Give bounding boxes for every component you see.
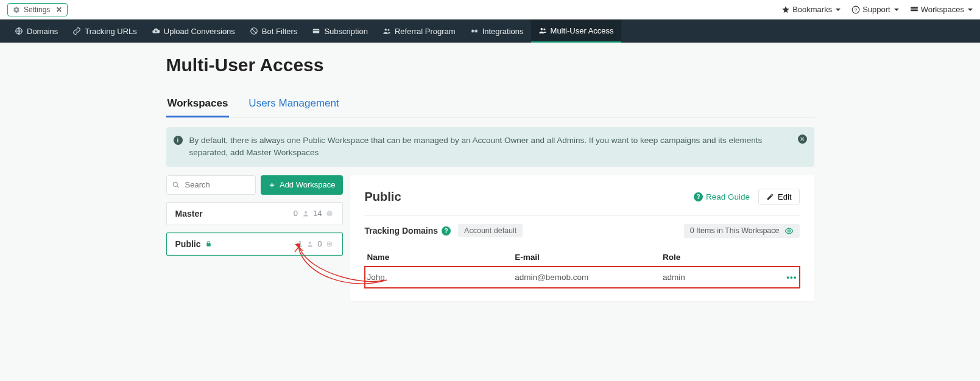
nav-referral-label: Referral Program bbox=[395, 27, 456, 36]
nav-integrations[interactable]: Integrations bbox=[463, 19, 531, 43]
search-input[interactable] bbox=[184, 180, 250, 190]
add-workspace-label: Add Workspace bbox=[280, 180, 336, 189]
browser-tab-label: Settings bbox=[24, 5, 50, 14]
info-icon: i bbox=[174, 136, 183, 145]
panel-title: Public bbox=[365, 190, 401, 204]
read-guide-link[interactable]: ? Read Guide bbox=[694, 192, 750, 201]
tracking-domains-row: Tracking Domains ? Account default 0 Ite… bbox=[365, 224, 800, 238]
page-body: Multi-User Access Workspaces Users Manag… bbox=[155, 55, 825, 326]
edit-label: Edit bbox=[778, 192, 791, 201]
multiuser-icon bbox=[538, 26, 547, 35]
nav-subscription[interactable]: Subscription bbox=[305, 19, 375, 43]
add-workspace-button[interactable]: ＋ Add Workspace bbox=[261, 175, 343, 195]
user-icon bbox=[301, 209, 309, 217]
workspace-users-count: 0 bbox=[294, 209, 298, 218]
help-icon: ? bbox=[851, 5, 860, 14]
target-icon bbox=[326, 240, 334, 248]
svg-point-15 bbox=[173, 182, 177, 186]
items-in-workspace-label: 0 Items in This Workspace bbox=[690, 226, 780, 235]
info-banner: i By default, there is always one Public… bbox=[166, 127, 814, 167]
bookmarks-menu[interactable]: Bookmarks bbox=[781, 5, 841, 14]
search-box[interactable] bbox=[166, 175, 256, 195]
read-guide-label: Read Guide bbox=[706, 192, 750, 201]
nav-bot-filters-label: Bot Filters bbox=[262, 27, 298, 36]
page-title: Multi-User Access bbox=[166, 55, 814, 75]
edit-button[interactable]: Edit bbox=[758, 189, 799, 205]
workspace-stats: 0 14 bbox=[294, 209, 334, 218]
tab-close-icon[interactable]: ✕ bbox=[56, 5, 62, 14]
workspace-stats: 1 0 bbox=[298, 239, 333, 248]
svg-rect-7 bbox=[313, 30, 320, 30]
workspace-name: Master bbox=[175, 209, 203, 218]
svg-rect-12 bbox=[473, 30, 474, 31]
svg-rect-10 bbox=[471, 30, 474, 33]
plus-icon: ＋ bbox=[268, 180, 276, 190]
workspace-name: Public bbox=[175, 239, 213, 249]
workspace-users-count: 1 bbox=[298, 239, 302, 248]
workspace-item-public[interactable]: Public 1 0 bbox=[166, 232, 343, 256]
svg-point-16 bbox=[305, 211, 307, 214]
nav-upload-conversions-label: Upload Conversions bbox=[164, 27, 235, 36]
bookmarks-label: Bookmarks bbox=[792, 5, 832, 14]
col-email: E-mail bbox=[512, 248, 660, 267]
svg-point-20 bbox=[309, 242, 311, 244]
cell-role: admin bbox=[660, 267, 774, 288]
main-nav: Domains Tracking URLs Upload Conversions… bbox=[0, 19, 980, 43]
workspace-targets-count: 14 bbox=[313, 209, 322, 218]
workspaces-menu[interactable]: Workspaces bbox=[910, 5, 973, 14]
support-label: Support bbox=[862, 5, 890, 14]
ban-icon bbox=[250, 27, 258, 35]
svg-point-13 bbox=[540, 28, 543, 30]
workspaces-icon bbox=[910, 5, 918, 14]
cell-name: John bbox=[365, 267, 513, 288]
nav-tracking-urls[interactable]: Tracking URLs bbox=[65, 19, 144, 43]
sub-tabs: Workspaces Users Management bbox=[166, 94, 814, 117]
workspaces-label: Workspaces bbox=[921, 5, 964, 14]
workspaces-sidebar: ＋ Add Workspace Master 0 14 Public bbox=[166, 175, 343, 263]
tracking-domains-label: Tracking Domains bbox=[365, 226, 439, 236]
pencil-icon bbox=[766, 193, 774, 201]
users-table: Name E-mail Role John admin@bemob.com ad… bbox=[365, 248, 800, 288]
nav-referral[interactable]: Referral Program bbox=[375, 19, 463, 43]
target-icon bbox=[326, 209, 334, 217]
gear-icon bbox=[13, 6, 20, 13]
nav-upload-conversions[interactable]: Upload Conversions bbox=[144, 19, 242, 43]
help-icon[interactable]: ? bbox=[442, 226, 451, 236]
nav-tracking-urls-label: Tracking URLs bbox=[85, 27, 136, 36]
svg-point-14 bbox=[543, 29, 545, 30]
top-tabs-row: Settings ✕ Bookmarks ? Support Workspace… bbox=[0, 0, 980, 19]
col-role: Role bbox=[660, 248, 774, 267]
top-right-links: Bookmarks ? Support Workspaces bbox=[781, 5, 973, 14]
nav-domains-label: Domains bbox=[27, 27, 58, 36]
card-icon bbox=[312, 27, 320, 35]
nav-multi-user-access[interactable]: Multi-User Access bbox=[531, 19, 621, 43]
tab-users-management[interactable]: Users Management bbox=[247, 94, 340, 117]
tab-workspaces[interactable]: Workspaces bbox=[166, 94, 230, 117]
info-close-icon[interactable]: ✕ bbox=[798, 135, 807, 144]
svg-point-8 bbox=[384, 29, 387, 31]
svg-rect-6 bbox=[313, 29, 320, 33]
support-menu[interactable]: ? Support bbox=[851, 5, 899, 14]
cell-email: admin@bemob.com bbox=[512, 267, 660, 288]
svg-point-24 bbox=[788, 229, 790, 232]
svg-rect-2 bbox=[911, 7, 918, 9]
users-icon bbox=[382, 27, 391, 35]
browser-tab-settings[interactable]: Settings ✕ bbox=[7, 3, 68, 16]
svg-rect-3 bbox=[911, 9, 918, 11]
table-row[interactable]: John admin@bemob.com admin ••• bbox=[365, 267, 800, 288]
svg-point-9 bbox=[387, 29, 389, 31]
cloud-upload-icon bbox=[152, 27, 160, 35]
search-icon bbox=[172, 181, 180, 189]
col-name: Name bbox=[365, 248, 513, 267]
row-actions-icon[interactable]: ••• bbox=[786, 273, 797, 282]
nav-domains[interactable]: Domains bbox=[7, 19, 65, 43]
nav-multi-user-label: Multi-User Access bbox=[551, 26, 614, 35]
items-in-workspace[interactable]: 0 Items in This Workspace bbox=[684, 224, 800, 238]
workspace-targets-count: 0 bbox=[317, 239, 322, 248]
workspace-item-master[interactable]: Master 0 14 bbox=[166, 202, 343, 225]
nav-bot-filters[interactable]: Bot Filters bbox=[242, 19, 305, 43]
account-default-badge: Account default bbox=[458, 224, 523, 237]
svg-point-19 bbox=[330, 213, 330, 214]
svg-rect-11 bbox=[475, 30, 478, 33]
nav-integrations-label: Integrations bbox=[482, 27, 524, 36]
